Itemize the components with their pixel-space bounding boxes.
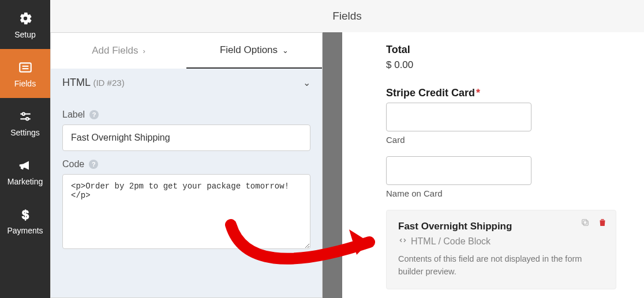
block-type: HTML / Code Block bbox=[398, 236, 604, 247]
label-caption: Label ? bbox=[62, 110, 310, 120]
megaphone-icon bbox=[17, 157, 33, 173]
chevron-right-icon: › bbox=[143, 47, 145, 55]
form-preview: Total $ 0.00 Stripe Credit Card* Card Na… bbox=[342, 32, 644, 298]
sidebar-item-setup[interactable]: Setup bbox=[0, 0, 50, 49]
field-options-panel: Add Fields › Field Options ⌄ HTML (ID #2… bbox=[50, 32, 323, 298]
code-textarea[interactable]: <p>Order by 2pm to get your package tomo… bbox=[62, 174, 310, 249]
section-header[interactable]: HTML (ID #23) ⌄ bbox=[51, 69, 322, 97]
help-icon[interactable]: ? bbox=[89, 110, 99, 119]
svg-point-6 bbox=[26, 118, 28, 120]
svg-text:$: $ bbox=[21, 207, 28, 221]
total-label: Total bbox=[386, 44, 616, 56]
panel-divider[interactable] bbox=[323, 32, 342, 298]
duplicate-icon[interactable] bbox=[579, 216, 591, 229]
svg-point-4 bbox=[22, 112, 24, 115]
panel-tabs: Add Fields › Field Options ⌄ bbox=[51, 33, 322, 69]
svg-rect-8 bbox=[583, 221, 588, 225]
code-caption: Code ? bbox=[62, 159, 310, 169]
sidebar-item-payments[interactable]: $ Payments bbox=[0, 196, 50, 245]
block-description: Contents of this field are not displayed… bbox=[398, 253, 604, 278]
card-input[interactable] bbox=[386, 103, 531, 131]
sidebar-item-label: Settings bbox=[10, 128, 40, 137]
stripe-label: Stripe Credit Card* bbox=[386, 87, 616, 99]
sidebar-item-marketing[interactable]: Marketing bbox=[0, 147, 50, 196]
name-on-card-input[interactable] bbox=[386, 156, 531, 185]
section-title: HTML bbox=[62, 77, 91, 88]
list-icon bbox=[17, 59, 33, 76]
svg-rect-0 bbox=[20, 63, 31, 71]
tab-label: Add Fields bbox=[92, 45, 138, 56]
trash-icon[interactable] bbox=[596, 216, 609, 229]
sidebar-item-label: Fields bbox=[14, 79, 36, 88]
card-sublabel: Card bbox=[386, 135, 616, 145]
sidebar-item-label: Payments bbox=[7, 226, 43, 235]
section-id: (ID #23) bbox=[93, 78, 124, 88]
svg-rect-9 bbox=[582, 220, 587, 224]
help-icon[interactable]: ? bbox=[89, 160, 98, 169]
total-amount: $ 0.00 bbox=[386, 59, 616, 71]
name-sublabel: Name on Card bbox=[386, 188, 616, 198]
sidebar-item-settings[interactable]: Settings bbox=[0, 98, 50, 147]
code-icon bbox=[398, 236, 407, 247]
sidebar-item-label: Marketing bbox=[8, 177, 43, 186]
sidebar-item-label: Setup bbox=[14, 30, 36, 39]
sidebar: Setup Fields Settings Marketing $ Paymen… bbox=[0, 0, 50, 298]
tab-field-options[interactable]: Field Options ⌄ bbox=[186, 33, 322, 69]
sidebar-item-fields[interactable]: Fields bbox=[0, 49, 50, 98]
required-asterisk: * bbox=[476, 87, 480, 99]
dollar-icon: $ bbox=[17, 206, 33, 222]
chevron-down-icon: ⌄ bbox=[303, 77, 310, 88]
page-title: Fields bbox=[50, 0, 644, 32]
chevron-down-icon: ⌄ bbox=[282, 46, 289, 55]
gear-icon bbox=[17, 10, 33, 27]
label-input[interactable] bbox=[62, 125, 310, 151]
block-title: Fast Overnight Shipping bbox=[398, 221, 604, 232]
tab-add-fields[interactable]: Add Fields › bbox=[51, 33, 186, 69]
tab-label: Field Options bbox=[220, 44, 278, 56]
sliders-icon bbox=[17, 108, 33, 125]
html-block-preview[interactable]: Fast Overnight Shipping HTML / Code Bloc… bbox=[386, 210, 616, 289]
